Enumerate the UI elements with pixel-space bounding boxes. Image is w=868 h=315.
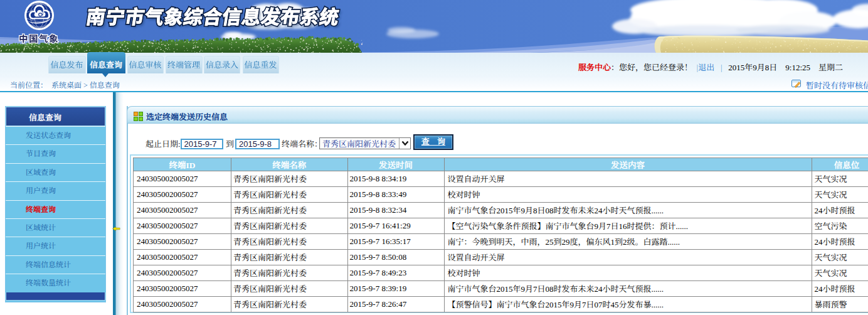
svg-text:中国气象: 中国气象: [19, 31, 59, 45]
svg-text:南宁市气象综合信息发布系统: 南宁市气象综合信息发布系统: [84, 2, 341, 30]
